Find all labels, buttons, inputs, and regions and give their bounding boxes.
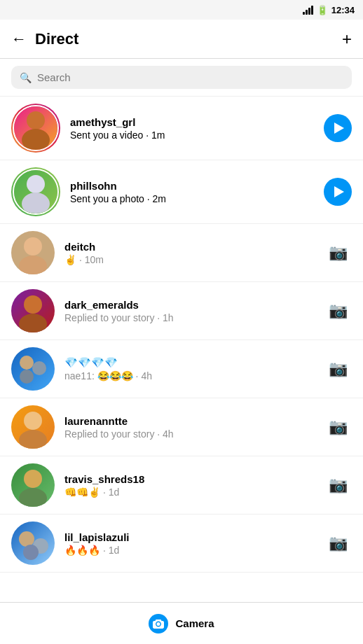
- camera-icon: 📷: [329, 418, 348, 436]
- conversation-item[interactable]: travis_shreds18 👊👊✌️ · 1d 📷: [0, 456, 363, 514]
- conv-action[interactable]: [324, 178, 352, 206]
- conversation-item[interactable]: 💎💎💎💎 nae11: 😂😂😂 · 4h 📷: [0, 340, 363, 398]
- conversation-text: dark_emeralds Replied to your story · 1h: [64, 299, 314, 323]
- conv-username: 💎💎💎💎: [64, 356, 314, 369]
- avatar-wrap: [11, 463, 55, 507]
- conv-username: amethyst_grl: [70, 116, 314, 128]
- play-icon: [334, 186, 344, 197]
- conv-preview: Replied to your story · 1h: [64, 312, 314, 323]
- conversation-list: amethyst_grl Sent you a video · 1m phill…: [0, 97, 363, 573]
- camera-icon: 📷: [329, 476, 348, 494]
- conv-preview: 🔥🔥🔥 · 1d: [64, 545, 314, 556]
- story-ring: [11, 167, 60, 216]
- svg-point-6: [19, 255, 47, 274]
- conv-preview: Sent you a photo · 2m: [70, 193, 314, 204]
- avatar: [11, 405, 55, 449]
- svg-point-8: [19, 314, 47, 332]
- svg-point-9: [20, 356, 34, 370]
- conv-preview: Sent you a video · 1m: [70, 130, 314, 141]
- conversation-text: 💎💎💎💎 nae11: 😂😂😂 · 4h: [64, 356, 314, 382]
- svg-point-5: [24, 237, 42, 255]
- conversation-item[interactable]: phillsohn Sent you a photo · 2m: [0, 160, 363, 224]
- play-button[interactable]: [324, 114, 352, 142]
- svg-point-11: [20, 370, 34, 384]
- conv-username: lil_lapislazuli: [64, 531, 314, 543]
- conversation-item[interactable]: amethyst_grl Sent you a video · 1m: [0, 97, 363, 160]
- svg-point-0: [27, 111, 45, 130]
- conversation-item[interactable]: deitch ✌️ · 10m 📷: [0, 224, 363, 282]
- svg-point-14: [24, 470, 42, 488]
- search-bar[interactable]: 🔍: [11, 66, 352, 89]
- conv-username: dark_emeralds: [64, 299, 314, 311]
- conv-preview: ✌️ · 10m: [64, 254, 314, 265]
- conv-username: phillsohn: [70, 180, 314, 192]
- conv-preview: nae11: 😂😂😂 · 4h: [64, 370, 314, 382]
- svg-point-7: [24, 295, 42, 314]
- svg-point-18: [23, 545, 39, 560]
- svg-point-15: [19, 488, 47, 507]
- back-button[interactable]: ←: [11, 30, 27, 48]
- avatar: [11, 347, 55, 391]
- conversation-text: lil_lapislazuli 🔥🔥🔥 · 1d: [64, 531, 314, 556]
- avatar: [11, 463, 55, 507]
- camera-icon: 📷: [329, 244, 348, 262]
- avatar-wrap: [11, 167, 60, 216]
- conv-preview: Replied to your story · 4h: [64, 428, 314, 440]
- avatar: [13, 105, 59, 151]
- svg-point-16: [19, 531, 34, 547]
- avatar-wrap: [11, 405, 55, 449]
- conv-action[interactable]: 📷: [324, 471, 352, 499]
- camera-icon: 📷: [329, 360, 348, 378]
- status-bar: 🔋 12:34: [0, 0, 363, 20]
- avatar-wrap: [11, 104, 60, 153]
- conversation-text: amethyst_grl Sent you a video · 1m: [70, 116, 314, 141]
- conversation-item[interactable]: dark_emeralds Replied to your story · 1h…: [0, 282, 363, 340]
- conversation-text: deitch ✌️ · 10m: [64, 241, 314, 265]
- conv-action[interactable]: 📷: [324, 297, 352, 325]
- camera-icon: 📷: [329, 534, 348, 552]
- conversation-text: laurenanntte Replied to your story · 4h: [64, 415, 314, 440]
- avatar: [11, 522, 55, 565]
- new-message-button[interactable]: +: [342, 29, 352, 49]
- svg-point-4: [22, 192, 50, 214]
- conv-username: laurenanntte: [64, 415, 314, 427]
- conv-action[interactable]: 📷: [324, 529, 352, 557]
- conversation-text: travis_shreds18 👊👊✌️ · 1d: [64, 473, 314, 498]
- avatar-wrap: [11, 522, 55, 565]
- camera-icon: 📷: [329, 302, 348, 320]
- header: ← Direct +: [0, 20, 363, 59]
- conv-action[interactable]: 📷: [324, 413, 352, 441]
- status-time: 12:34: [331, 5, 355, 15]
- play-button[interactable]: [324, 178, 352, 206]
- conversation-text: phillsohn Sent you a photo · 2m: [70, 180, 314, 204]
- avatar: [13, 169, 59, 215]
- signal-icon: [303, 5, 313, 15]
- status-icons: 🔋 12:34: [303, 5, 355, 15]
- avatar-wrap: [11, 347, 55, 391]
- conv-preview: 👊👊✌️ · 1d: [64, 486, 314, 498]
- conversation-item[interactable]: lil_lapislazuli 🔥🔥🔥 · 1d 📷: [0, 514, 363, 573]
- svg-point-13: [19, 430, 47, 449]
- battery-icon: 🔋: [317, 5, 328, 15]
- search-input[interactable]: [37, 71, 343, 83]
- avatar: [11, 231, 55, 274]
- avatar-wrap: [11, 231, 55, 274]
- conv-action[interactable]: [324, 114, 352, 142]
- camera-button-icon: [149, 614, 168, 634]
- conv-action[interactable]: 📷: [324, 239, 352, 267]
- play-icon: [334, 122, 344, 134]
- page-title: Direct: [35, 30, 342, 48]
- search-section: 🔍: [0, 59, 363, 97]
- conv-username: deitch: [64, 241, 314, 253]
- svg-point-3: [27, 175, 45, 193]
- camera-label: Camera: [175, 617, 214, 629]
- conv-username: travis_shreds18: [64, 473, 314, 485]
- conv-action[interactable]: 📷: [324, 355, 352, 383]
- svg-point-1: [22, 129, 50, 150]
- avatar: [11, 289, 55, 332]
- bottom-bar[interactable]: Camera: [0, 602, 363, 644]
- avatar-wrap: [11, 289, 55, 332]
- conversation-item[interactable]: laurenanntte Replied to your story · 4h …: [0, 398, 363, 456]
- svg-point-19: [157, 622, 160, 626]
- story-ring: [11, 104, 60, 153]
